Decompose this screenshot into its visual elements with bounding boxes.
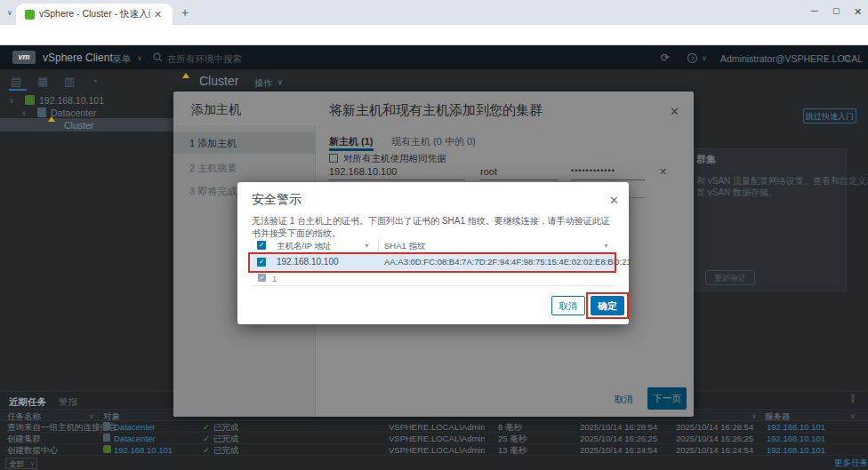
- grid-footer-row: ✓ 1: [252, 270, 615, 286]
- wizard-next-button[interactable]: 下一页: [647, 387, 687, 410]
- wizard-step-2: 2 主机摘要: [173, 157, 316, 179]
- tab-alarms[interactable]: 警报: [59, 396, 77, 409]
- target-link[interactable]: 192.168.10.101: [114, 445, 173, 455]
- task-name: 创建数据中心: [7, 445, 58, 457]
- skip-quickstart-button[interactable]: 跳过快速入门: [803, 108, 856, 123]
- actions-menu[interactable]: 操作: [254, 77, 272, 90]
- tree-item-vcenter[interactable]: ∨ 192.168.10.101: [0, 94, 173, 107]
- target-link[interactable]: Datacenter: [114, 422, 155, 432]
- wizard-cancel-button[interactable]: 取消: [615, 394, 633, 406]
- datacenter-icon: [103, 422, 110, 430]
- screen: ∨ vSphere - Cluster - 快速入门 ✕ + ─ ▢ ✕ ← →…: [0, 0, 868, 470]
- window-restore-icon[interactable]: ▢: [832, 6, 840, 15]
- target-link[interactable]: Datacenter: [114, 434, 155, 443]
- col-divider: [98, 410, 99, 421]
- nav-hosts-icon[interactable]: ▤: [11, 75, 21, 88]
- success-check-icon: ✓: [203, 446, 210, 455]
- col-chevron-icon[interactable]: ∨: [850, 412, 856, 420]
- more-tasks-link[interactable]: 更多任务: [834, 458, 868, 469]
- username-field[interactable]: root: [480, 166, 559, 180]
- cancel-button[interactable]: 取消: [551, 296, 585, 315]
- dialog-title: 添加主机: [191, 102, 241, 118]
- browser-tabstrip: ∨ vSphere - Cluster - 快速入门 ✕ + ─ ▢ ✕: [0, 0, 868, 25]
- success-check-icon: ✓: [203, 434, 210, 443]
- filter-icon[interactable]: ▼: [603, 243, 609, 249]
- dialog-close-icon[interactable]: ✕: [670, 105, 679, 118]
- initiator: VSPHERE.LOCAL\Administrator: [389, 445, 485, 455]
- search-input[interactable]: 在所有环境中搜索: [167, 53, 242, 66]
- filter-chevron-icon: ∨: [30, 460, 35, 467]
- collapse-panel-icon[interactable]: ∨∨: [850, 394, 856, 402]
- tab-recent-tasks[interactable]: 近期任务: [9, 396, 46, 409]
- col-sort-chevron-icon[interactable]: ∨: [89, 412, 94, 420]
- actions-chevron-icon: ∨: [277, 78, 283, 86]
- row-checkbox[interactable]: ✓: [257, 258, 266, 267]
- revalidate-button[interactable]: 重新验证: [705, 270, 755, 285]
- grid-row-selected[interactable]: ✓ 192.168.10.100 AA:A3:0D:FC:08:B4:7A:7D…: [252, 254, 615, 270]
- tree-label-cluster: Cluster: [64, 120, 93, 131]
- menu-button[interactable]: 菜单: [112, 53, 131, 66]
- table-row[interactable]: 创建集群 Datacenter ✓ 已完成 VSPHERE.LOCAL\Admi…: [0, 433, 868, 444]
- table-row[interactable]: 创建数据中心 192.168.10.101 ✓ 已完成 VSPHERE.LOCA…: [0, 444, 868, 456]
- table-row[interactable]: 查询来自一组主机的连接信息 Datacenter ✓ 已完成 VSPHERE.L…: [0, 421, 868, 433]
- row-hostname: 192.168.10.100: [277, 257, 339, 267]
- search-icon: [153, 52, 163, 62]
- window-minimize-icon[interactable]: ─: [811, 5, 818, 16]
- chevron-down-icon[interactable]: ∨: [21, 109, 27, 117]
- success-check-icon: ✓: [203, 423, 210, 432]
- security-message: 无法验证 1 台主机上的证书。下面列出了证书的 SHA1 指纹。要继续连接，请手…: [252, 215, 612, 239]
- col-divider: [760, 410, 760, 421]
- wizard-step-1[interactable]: 1 添加主机: [173, 132, 316, 154]
- initiator: VSPHERE.LOCAL\Administrator: [389, 434, 485, 443]
- tab-title: vSphere - Cluster - 快速入门: [39, 8, 150, 20]
- start-time: 2025/10/14 16:24:54: [580, 445, 657, 455]
- tab-existing-hosts[interactable]: 现有主机 (0 中的 0): [391, 135, 476, 148]
- server-link[interactable]: 192.168.10.101: [767, 422, 825, 432]
- row-sha1: AA:A3:0D:FC:08:B4:7A:7D:2F:94:4F:98:75:1…: [384, 257, 631, 267]
- password-field[interactable]: ••••••••••••: [571, 166, 645, 180]
- tab-new-hosts[interactable]: 新主机 (1): [329, 135, 374, 148]
- security-dialog-title: 安全警示: [252, 192, 301, 208]
- filter-icon[interactable]: ▼: [364, 243, 370, 249]
- window-close-icon[interactable]: ✕: [854, 6, 862, 18]
- server-link[interactable]: 192.168.10.101: [767, 445, 825, 455]
- ip-field[interactable]: 192.168.10.100: [329, 166, 465, 180]
- chevron-down-icon[interactable]: ∨: [9, 97, 14, 105]
- menu-chevron-icon: ∨: [137, 54, 142, 62]
- server-link[interactable]: 192.168.10.101: [767, 434, 825, 443]
- vm-logo: vm: [12, 51, 36, 64]
- browser-tab[interactable]: vSphere - Cluster - 快速入门 ✕: [16, 4, 173, 25]
- tab-underline: [329, 148, 374, 151]
- selected-count: 1: [272, 274, 277, 283]
- queued-time: 13 毫秒: [498, 445, 526, 457]
- datacenter-icon: [37, 108, 46, 117]
- feedback-smiley-icon[interactable]: ☺: [841, 52, 852, 64]
- ok-button[interactable]: 确定: [591, 296, 624, 315]
- nav-storage-icon[interactable]: ▥: [64, 75, 75, 88]
- nav-vms-icon[interactable]: ▦: [37, 75, 48, 88]
- help-icon[interactable]: ?: [687, 53, 697, 63]
- col-sha1[interactable]: SHA1 指纹: [384, 241, 425, 252]
- security-dialog-close-icon[interactable]: ✕: [609, 194, 619, 207]
- grid-header-row: ✓ 主机名/IP 地址 ▼ SHA1 指纹 ▼: [252, 237, 615, 254]
- select-all-checkbox[interactable]: ✓: [257, 241, 266, 250]
- card-title: 群集: [696, 153, 716, 166]
- nav-network-icon[interactable]: ◔: [91, 75, 98, 88]
- tab-close-icon[interactable]: ✕: [154, 9, 162, 20]
- host-icon: [103, 445, 111, 453]
- tasks-filter-select[interactable]: 全部 ∨: [5, 458, 37, 469]
- tree-item-datacenter[interactable]: ∨ Datacenter: [0, 107, 173, 119]
- tree-item-cluster[interactable]: Cluster: [0, 118, 173, 131]
- refresh-icon[interactable]: ⟳: [661, 52, 670, 64]
- footer-checkbox-icon: ✓: [258, 274, 266, 282]
- new-tab-icon[interactable]: +: [181, 5, 189, 20]
- col-divider: [378, 239, 379, 251]
- start-time: 2025/10/14 16:26:25: [580, 434, 657, 443]
- same-credentials-checkbox[interactable]: [329, 154, 338, 163]
- start-time: 2025/10/14 16:28:54: [580, 422, 657, 432]
- remove-host-icon[interactable]: ✕: [659, 166, 667, 178]
- col-chevron-icon[interactable]: ∨: [751, 412, 757, 420]
- col-hostname[interactable]: 主机名/IP 地址: [277, 241, 332, 252]
- same-credentials-label: 对所有主机使用相同凭据: [343, 153, 446, 165]
- tab-search-icon[interactable]: ∨: [7, 9, 12, 17]
